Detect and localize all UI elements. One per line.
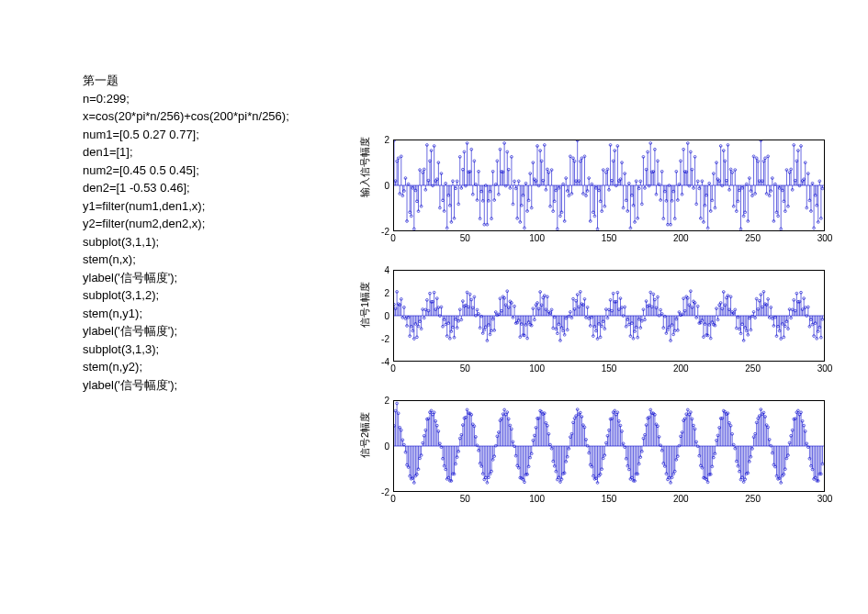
xtick: 200 (673, 494, 689, 504)
ytick: 2 (373, 396, 389, 406)
ylabel-1: 输入信号幅度 (358, 184, 372, 197)
xtick: 150 (602, 363, 617, 374)
code-line: den1=[1]; (83, 143, 340, 162)
xtick: 100 (529, 233, 545, 243)
stem-plot-2 (394, 271, 824, 361)
code-line: subplot(3,1,3); (83, 340, 340, 359)
subplot-1: 输入信号幅度 -202 050100150200250300 (358, 136, 827, 246)
code-title: 第一题 (83, 72, 340, 90)
code-column: 第一题 n=0:299;x=cos(20*pi*n/256)+cos(200*p… (83, 72, 340, 527)
ytick: 0 (373, 181, 389, 191)
xticks-3: 050100150200250300 (393, 494, 825, 507)
xtick: 0 (390, 363, 396, 374)
page: 第一题 n=0:299;x=cos(20*pi*n/256)+cos(200*p… (0, 0, 868, 527)
stem-plot-1 (394, 140, 824, 230)
xtick: 50 (460, 494, 470, 504)
code-line: stem(n,y2); (83, 358, 340, 376)
code-line: n=0:299; (83, 90, 340, 108)
xticks-1: 050100150200250300 (393, 233, 825, 246)
xtick: 150 (602, 494, 617, 504)
code-line: x=cos(20*pi*n/256)+cos(200*pi*n/256); (83, 107, 340, 126)
xtick: 0 (390, 494, 396, 504)
svg-point-1602 (678, 444, 681, 447)
code-line: num2=[0.45 0.5 0.45]; (83, 162, 340, 180)
xtick: 100 (529, 363, 545, 374)
xtick: 150 (602, 233, 617, 243)
xtick: 300 (817, 494, 833, 504)
yticks-3: -202 (375, 400, 391, 492)
ytick: 0 (373, 441, 389, 452)
code-listing: n=0:299;x=cos(20*pi*n/256)+cos(200*pi*n/… (83, 90, 340, 395)
ytick: 2 (373, 135, 389, 145)
subplot-3: 信号2幅度 -202 050100150200250300 (358, 396, 827, 507)
xtick: 50 (460, 233, 470, 243)
chart-column: 输入信号幅度 -202 050100150200250300 信号1幅度 -4-… (340, 72, 868, 527)
xtick: 200 (673, 233, 689, 243)
code-line: subplot(3,1,1); (83, 233, 340, 251)
ytick: 4 (373, 265, 389, 275)
xtick: 100 (529, 494, 545, 504)
plot-frame-3 (393, 400, 825, 492)
xtick: 50 (460, 363, 470, 374)
code-line: ylabel('信号幅度'); (83, 376, 340, 395)
ytick: -2 (373, 334, 389, 344)
code-line: ylabel('信号幅度'); (83, 269, 340, 287)
yticks-2: -4-2024 (375, 270, 391, 362)
ytick: 2 (373, 288, 389, 298)
ytick: -4 (373, 357, 389, 367)
xtick: 300 (817, 363, 833, 374)
ytick: -2 (373, 487, 389, 497)
code-line: stem(n,y1); (83, 305, 340, 323)
code-line: subplot(3,1,2); (83, 286, 340, 305)
xtick: 200 (673, 363, 689, 374)
plot-frame-2 (393, 270, 825, 362)
plot-frame-1 (393, 140, 825, 231)
ytick: -2 (373, 227, 389, 237)
xtick: 250 (745, 494, 761, 504)
ylabel-3: 信号2幅度 (358, 445, 372, 458)
code-line: y1=filter(num1,den1,x); (83, 197, 340, 216)
ylabel-2: 信号1幅度 (358, 315, 372, 328)
code-line: num1=[0.5 0.27 0.77]; (83, 126, 340, 144)
ytick: 0 (373, 311, 389, 321)
xtick: 250 (745, 363, 761, 374)
xticks-2: 050100150200250300 (393, 363, 825, 376)
code-line: y2=filter(num2,den2,x); (83, 215, 340, 233)
xtick: 300 (817, 233, 833, 243)
xtick: 0 (390, 233, 396, 243)
code-line: den2=[1 -0.53 0.46]; (83, 179, 340, 197)
svg-point-1346 (494, 444, 497, 447)
xtick: 250 (745, 233, 761, 243)
yticks-1: -202 (375, 140, 391, 231)
stem-plot-3 (394, 401, 824, 491)
code-line: ylabel('信号幅度'); (83, 322, 340, 340)
subplot-2: 信号1幅度 -4-2024 050100150200250300 (358, 266, 827, 376)
code-line: stem(n,x); (83, 251, 340, 269)
